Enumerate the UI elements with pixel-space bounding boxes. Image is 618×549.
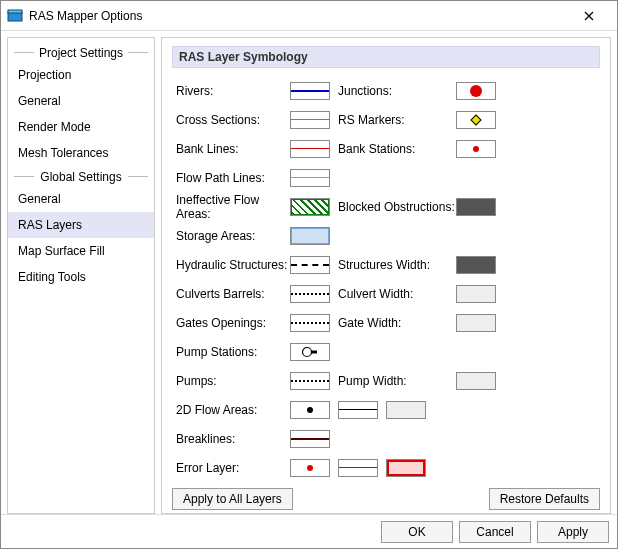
row-flow-path-lines: Flow Path Lines: [172,163,600,192]
dialog-footer: OK Cancel Apply [1,514,617,548]
label-culverts-barrels: Culverts Barrels: [172,287,290,301]
panel-bottom-buttons: Apply to All Layers Restore Defaults [172,488,600,510]
row-bank-lines: Bank Lines: Bank Stations: [172,134,600,163]
label-gate-width: Gate Width: [338,316,456,330]
svg-rect-3 [311,350,317,353]
swatch-pump-stations[interactable] [290,343,330,361]
row-pump-stations: Pump Stations: [172,337,600,366]
panel-title: RAS Layer Symbology [172,46,600,68]
main-area: Project Settings Projection General Rend… [1,31,617,514]
label-culvert-width: Culvert Width: [338,287,456,301]
label-pump-stations: Pump Stations: [172,345,290,359]
label-cross-sections: Cross Sections: [172,113,290,127]
restore-defaults-button[interactable]: Restore Defaults [489,488,600,510]
label-rs-markers: RS Markers: [338,113,456,127]
label-pumps: Pumps: [172,374,290,388]
label-hydraulic-structures: Hydraulic Structures: [172,258,290,272]
nav-item-editing-tools[interactable]: Editing Tools [8,264,154,290]
swatch-blocked-obstructions[interactable] [456,198,496,216]
nav-heading-project: Project Settings [8,42,154,62]
label-2d-flow-areas: 2D Flow Areas: [172,403,290,417]
row-breaklines: Breaklines: [172,424,600,453]
nav-heading-global: Global Settings [8,166,154,186]
nav-item-mesh-tolerances[interactable]: Mesh Tolerances [8,140,154,166]
cancel-button[interactable]: Cancel [459,521,531,543]
nav-item-render-mode[interactable]: Render Mode [8,114,154,140]
nav-item-map-surface-fill[interactable]: Map Surface Fill [8,238,154,264]
row-rivers: Rivers: Junctions: [172,76,600,105]
swatch-gate-width[interactable] [456,314,496,332]
swatch-flow-path-lines[interactable] [290,169,330,187]
swatch-2d-fill[interactable] [386,401,426,419]
swatch-culverts-barrels[interactable] [290,285,330,303]
label-bank-stations: Bank Stations: [338,142,456,156]
swatch-hydraulic-structures[interactable] [290,256,330,274]
window-title: RAS Mapper Options [29,9,567,23]
label-structures-width: Structures Width: [338,258,456,272]
row-error-layer: Error Layer: [172,453,600,482]
swatch-culvert-width[interactable] [456,285,496,303]
label-rivers: Rivers: [172,84,290,98]
svg-point-2 [303,347,312,356]
row-pumps: Pumps: Pump Width: [172,366,600,395]
label-pump-width: Pump Width: [338,374,456,388]
label-error-layer: Error Layer: [172,461,290,475]
swatch-pump-width[interactable] [456,372,496,390]
title-bar: RAS Mapper Options [1,1,617,31]
swatch-gates-openings[interactable] [290,314,330,332]
swatch-rivers[interactable] [290,82,330,100]
label-bank-lines: Bank Lines: [172,142,290,156]
swatch-pumps[interactable] [290,372,330,390]
row-gates-openings: Gates Openings: Gate Width: [172,308,600,337]
row-storage-areas: Storage Areas: [172,221,600,250]
settings-panel: RAS Layer Symbology Rivers: Junctions: C… [161,37,611,514]
row-hydraulic-structures: Hydraulic Structures: Structures Width: [172,250,600,279]
swatch-junctions[interactable] [456,82,496,100]
row-culverts-barrels: Culverts Barrels: Culvert Width: [172,279,600,308]
close-button[interactable] [567,2,611,30]
label-flow-path-lines: Flow Path Lines: [172,171,290,185]
row-cross-sections: Cross Sections: RS Markers: [172,105,600,134]
label-gates-openings: Gates Openings: [172,316,290,330]
nav-item-projection[interactable]: Projection [8,62,154,88]
apply-to-all-layers-button[interactable]: Apply to All Layers [172,488,293,510]
ok-button[interactable]: OK [381,521,453,543]
swatch-cross-sections[interactable] [290,111,330,129]
label-breaklines: Breaklines: [172,432,290,446]
swatch-bank-stations[interactable] [456,140,496,158]
label-storage-areas: Storage Areas: [172,229,290,243]
swatch-error-fill[interactable] [386,459,426,477]
apply-button[interactable]: Apply [537,521,609,543]
label-blocked-obstructions: Blocked Obstructions: [338,200,456,214]
swatch-storage-areas[interactable] [290,227,330,245]
label-ineffective-flow: Ineffective Flow Areas: [172,193,290,221]
swatch-structures-width[interactable] [456,256,496,274]
swatch-bank-lines[interactable] [290,140,330,158]
row-2d-flow-areas: 2D Flow Areas: [172,395,600,424]
svg-rect-1 [8,10,22,13]
swatch-error-point[interactable] [290,459,330,477]
swatch-2d-line[interactable] [338,401,378,419]
swatch-2d-point[interactable] [290,401,330,419]
swatch-rs-markers[interactable] [456,111,496,129]
nav-item-general[interactable]: General [8,88,154,114]
nav-item-general-global[interactable]: General [8,186,154,212]
swatch-error-line[interactable] [338,459,378,477]
swatch-breaklines[interactable] [290,430,330,448]
app-icon [7,8,23,24]
row-ineffective-flow: Ineffective Flow Areas: Blocked Obstruct… [172,192,600,221]
symbology-rows: Rivers: Junctions: Cross Sections: RS Ma… [172,76,600,482]
nav-item-ras-layers[interactable]: RAS Layers [8,212,154,238]
label-junctions: Junctions: [338,84,456,98]
nav-tree: Project Settings Projection General Rend… [7,37,155,514]
swatch-ineffective-flow[interactable] [290,198,330,216]
pump-icon [300,346,320,358]
